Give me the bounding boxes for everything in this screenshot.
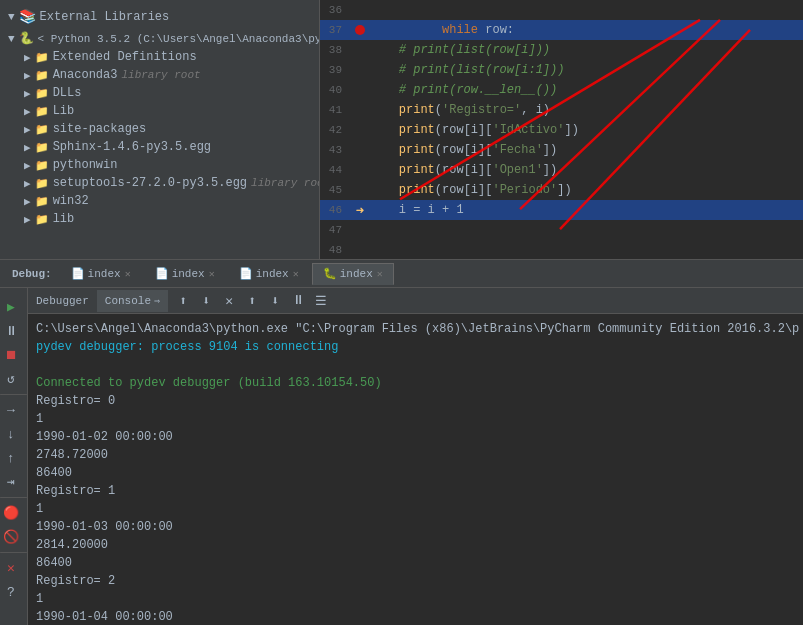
external-libraries-label: External Libraries	[40, 10, 170, 24]
lib2-label: lib	[53, 212, 75, 226]
line-gutter-37	[350, 25, 370, 35]
code-text-41: print('Registro=', i)	[370, 103, 550, 117]
debug-tab-2[interactable]: 📄 index ✕	[144, 263, 226, 285]
line-num-40: 40	[320, 84, 350, 96]
tree-item-site-packages[interactable]: ▶ 📁 site-packages	[0, 120, 319, 138]
tree-item-dlls[interactable]: ▶ 📁 DLLs	[0, 84, 319, 102]
tab1-label: index	[88, 268, 121, 280]
debug-mode-buttons: ▶ ⏸ ⏹ ↺ → ↓ ↑ ⇥	[0, 292, 27, 603]
code-text-46: i = i + 1	[370, 203, 464, 217]
tab1-close[interactable]: ✕	[125, 268, 131, 280]
folder-icon-extended: 📁	[35, 51, 49, 64]
python-expand-icon: ▼	[8, 33, 15, 45]
code-line-42: 42 print(row[i]['IdActivo'])	[320, 120, 803, 140]
debug-arrow-icon: ➜	[356, 202, 364, 219]
mute-breakpoints-button[interactable]: 🚫	[0, 526, 22, 548]
console-line-blank	[36, 356, 795, 374]
debug-tab-4[interactable]: 🐛 index ✕	[312, 263, 394, 285]
code-line-37: 37 while row:	[320, 20, 803, 40]
tab2-close[interactable]: ✕	[209, 268, 215, 280]
tree-item-extended-defs[interactable]: ▶ 📁 Extended Definitions	[0, 48, 319, 66]
run-to-cursor-button[interactable]: ⇥	[0, 471, 22, 493]
code-text-40: # print(row.__len__())	[370, 83, 557, 97]
code-text-42: print(row[i]['IdActivo'])	[370, 123, 579, 137]
site-packages-expand-icon: ▶	[24, 123, 31, 136]
console-output[interactable]: C:\Users\Angel\Anaconda3\python.exe "C:\…	[28, 314, 803, 625]
tree-item-win32[interactable]: ▶ 📁 win32	[0, 192, 319, 210]
extended-defs-expand-icon: ▶	[24, 51, 31, 64]
debug-tab-3[interactable]: 📄 index ✕	[228, 263, 310, 285]
tab4-close[interactable]: ✕	[377, 268, 383, 280]
debug-control-buttons: ▶ ⏸ ⏹ ↺ → ↓ ↑ ⇥	[0, 292, 27, 603]
code-text-45: print(row[i]['Periodo'])	[370, 183, 572, 197]
tab3-label: index	[256, 268, 289, 280]
rerun-button[interactable]: ↺	[0, 368, 22, 390]
code-line-48: 48	[320, 240, 803, 259]
toolbar-btn-1[interactable]: ⬆	[172, 290, 194, 312]
debug-tab-1[interactable]: 📄 index ✕	[60, 263, 142, 285]
code-text-43: print(row[i]['Fecha'])	[370, 143, 557, 157]
toolbar-btn-4[interactable]: ⬆	[241, 290, 263, 312]
help-button[interactable]: ?	[0, 581, 22, 603]
tree-item-anaconda3[interactable]: ▶ 📁 Anaconda3 library root	[0, 66, 319, 84]
debug-tabs-bar: Debug: 📄 index ✕ 📄 index ✕ 📄 index ✕ 🐛 i…	[0, 260, 803, 288]
step-out-button[interactable]: ↑	[0, 447, 22, 469]
line-num-39: 39	[320, 64, 350, 76]
close-debug-button[interactable]: ✕	[0, 557, 22, 579]
code-lines-container: 36 37 while row: 38 # print(list(row[i])…	[320, 0, 803, 259]
code-text-48	[370, 243, 377, 257]
view-breakpoints-button[interactable]: 🔴	[0, 502, 22, 524]
console-line-1c: 1	[36, 590, 795, 608]
debugger-tab-btn[interactable]: Debugger	[28, 290, 97, 312]
code-line-46: 46 ➜ i = i + 1	[320, 200, 803, 220]
project-tree-panel: ▼ 📚 External Libraries ▼ 🐍 < Python 3.5.…	[0, 0, 320, 259]
win32-expand-icon: ▶	[24, 195, 31, 208]
toolbar-btn-3[interactable]: ✕	[218, 290, 240, 312]
code-line-38: 38 # print(list(row[i]))	[320, 40, 803, 60]
tree-item-lib2[interactable]: ▶ 📁 lib	[0, 210, 319, 228]
stop-button[interactable]: ⏹	[0, 344, 22, 366]
debug-label: Debug:	[4, 268, 60, 280]
tree-item-pythonwin[interactable]: ▶ 📁 pythonwin	[0, 156, 319, 174]
code-text-38: # print(list(row[i]))	[370, 43, 550, 57]
pause-button[interactable]: ⏸	[0, 320, 22, 342]
step-into-button[interactable]: ↓	[0, 423, 22, 445]
tree-item-lib[interactable]: ▶ 📁 Lib	[0, 102, 319, 120]
line-num-47: 47	[320, 224, 350, 236]
breakpoint-37	[355, 25, 365, 35]
debug-content-area: ▶ ⏸ ⏹ ↺ → ↓ ↑ ⇥	[0, 288, 803, 625]
line-num-36: 36	[320, 4, 350, 16]
toolbar-btn-6[interactable]: ⏸	[287, 290, 309, 312]
dlls-expand-icon: ▶	[24, 87, 31, 100]
toolbar-btn-7[interactable]: ☰	[310, 290, 332, 312]
tree-item-setuptools[interactable]: ▶ 📁 setuptools-27.2.0-py3.5.egg library …	[0, 174, 319, 192]
folder-icon-sphinx: 📁	[35, 141, 49, 154]
console-line-val2: 2814.20000	[36, 536, 795, 554]
toolbar-btn-5[interactable]: ⬇	[264, 290, 286, 312]
tab1-icon: 📄	[71, 267, 85, 280]
folder-icon-win32: 📁	[35, 195, 49, 208]
external-libraries-header[interactable]: ▼ 📚 External Libraries	[0, 4, 319, 29]
setuptools-label: setuptools-27.2.0-py3.5.egg	[53, 176, 247, 190]
anaconda3-sublabel: library root	[121, 69, 200, 81]
step-over-button[interactable]: →	[0, 399, 22, 421]
anaconda3-expand-icon: ▶	[24, 69, 31, 82]
console-line-connected: Connected to pydev debugger (build 163.1…	[36, 374, 795, 392]
debug-main-panel: Debugger Console ⇒ ⬆ ⬇ ✕ ⬆ ⬇ ⏸ ☰	[28, 288, 803, 625]
tree-expand-icon: ▼	[8, 11, 15, 23]
python-node[interactable]: ▼ 🐍 < Python 3.5.2 (C:\Users\Angel\Anaco…	[0, 29, 319, 48]
python-icon: 🐍	[19, 31, 34, 46]
site-packages-label: site-packages	[53, 122, 147, 136]
setuptools-expand-icon: ▶	[24, 177, 31, 190]
line-num-43: 43	[320, 144, 350, 156]
line-num-38: 38	[320, 44, 350, 56]
pythonwin-label: pythonwin	[53, 158, 118, 172]
line-num-46: 46	[320, 204, 350, 216]
tab3-close[interactable]: ✕	[293, 268, 299, 280]
tree-item-sphinx[interactable]: ▶ 📁 Sphinx-1.4.6-py3.5.egg	[0, 138, 319, 156]
code-line-39: 39 # print(list(row[i:1]))	[320, 60, 803, 80]
console-tab-btn[interactable]: Console ⇒	[97, 290, 168, 312]
console-line-1b: 1	[36, 500, 795, 518]
resume-button[interactable]: ▶	[0, 296, 22, 318]
toolbar-btn-2[interactable]: ⬇	[195, 290, 217, 312]
